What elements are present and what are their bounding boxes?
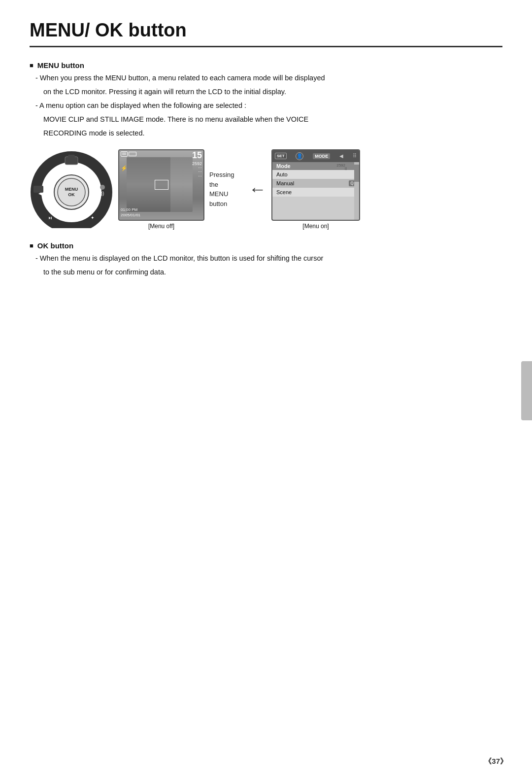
svg-text:OK: OK: [68, 192, 75, 197]
page-number: 《37》: [484, 757, 507, 766]
menu-desc-line1b: on the LCD monitor. Pressing it again wi…: [43, 86, 502, 98]
svg-rect-12: [33, 186, 43, 193]
menu-desc-line2c: RECORDING mode is selected.: [43, 128, 502, 139]
arrow-icon: ←: [249, 179, 266, 200]
lcd-time: 01:00 PM: [121, 207, 140, 212]
svg-text:MENU: MENU: [65, 187, 78, 192]
ok-desc-line1: - When the menu is displayed on the LCD …: [35, 253, 502, 265]
menu-top-bar: SET 👤 MODE ◀ ⠿: [272, 150, 359, 162]
svg-text:⏯: ⏯: [48, 215, 53, 220]
svg-rect-10: [65, 157, 78, 165]
menu-desc-line2b: MOVIE CLIP and STILL IMAGE mode. There i…: [43, 114, 502, 126]
menu-desc-line1: - When you press the MENU button, a menu…: [35, 72, 502, 84]
lcd-menu-off-container: 15 2592 ⋯⋯⋯ ⚡ 01:00 PM 2005/01/01 [Menu …: [118, 149, 204, 230]
ok-button-header: OK button: [30, 241, 502, 250]
ok-desc-line1b: to the sub menu or for confirming data.: [43, 267, 502, 278]
pressing-label: Pressing the MENU button: [209, 170, 244, 208]
menu-item-manual: Manual ℚ: [272, 179, 359, 188]
lcd-menu-off: 15 2592 ⋯⋯⋯ ⚡ 01:00 PM 2005/01/01: [118, 149, 204, 221]
lcd-frame-count: 15: [192, 151, 202, 160]
lcd-date: 2005/01/01: [121, 212, 140, 218]
ok-button-section: OK button - When the menu is displayed o…: [30, 241, 502, 278]
camera-wheel-svg: MENU OK M ◀ )) ⏯ ✦: [30, 150, 113, 228]
menu-scrollbar: [354, 162, 359, 220]
lcd-focus-box: [155, 180, 168, 190]
lcd-menu-on: SET 👤 MODE ◀ ⠿ 2592 ⠿ Mode Auto: [271, 149, 360, 221]
svg-text:✦: ✦: [91, 215, 95, 220]
menu-off-label: [Menu off]: [148, 223, 174, 230]
menu-on-label: [Menu on]: [302, 223, 329, 230]
menu-button-header: MENU button: [30, 61, 502, 69]
svg-text:)): )): [101, 191, 104, 196]
svg-point-13: [100, 185, 105, 190]
diagram-row: MENU OK M ◀ )) ⏯ ✦: [30, 149, 502, 230]
page-tab: [521, 361, 532, 420]
camera-wheel-container: MENU OK M ◀ )) ⏯ ✦: [30, 150, 113, 228]
menu-desc-line2: - A menu option can be displayed when th…: [35, 100, 502, 112]
menu-item-scene: Scene: [272, 188, 359, 197]
page-title: MENU/ OK button: [30, 20, 502, 47]
lcd-menu-on-container: SET 👤 MODE ◀ ⠿ 2592 ⠿ Mode Auto: [271, 149, 360, 230]
svg-rect-11: [68, 155, 75, 158]
